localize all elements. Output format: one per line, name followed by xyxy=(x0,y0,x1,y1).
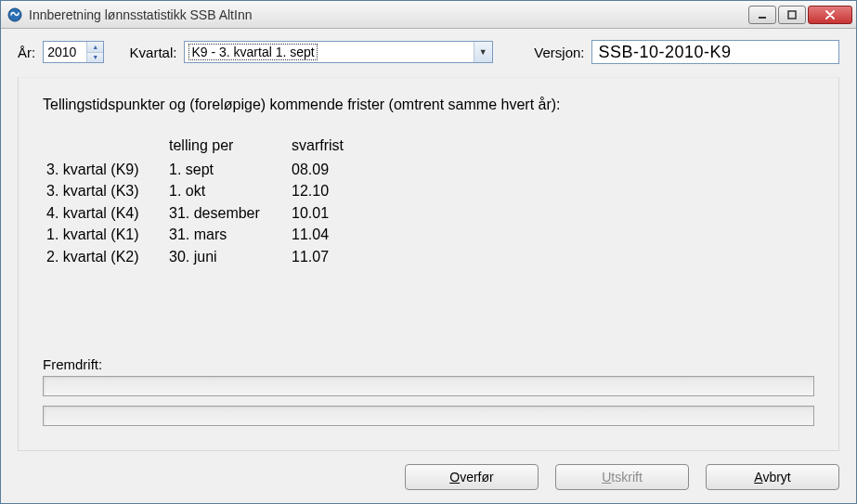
main-panel: Tellingstidspunkter og (foreløpige) komm… xyxy=(18,77,839,451)
minimize-button[interactable] xyxy=(748,6,776,24)
filter-row: År: ▲ ▼ Kvartal: K9 - 3. kvartal 1. sept… xyxy=(18,40,839,64)
year-down-button[interactable]: ▼ xyxy=(87,53,103,63)
close-button[interactable] xyxy=(808,6,852,24)
table-row: 2. kvartal (K2) 30. juni 11.07 xyxy=(46,247,812,267)
table-header-row: telling per svarfrist xyxy=(46,136,812,158)
kvartal-dropdown-button[interactable]: ▼ xyxy=(474,42,492,62)
year-up-button[interactable]: ▲ xyxy=(87,42,103,53)
app-window: Innberetning lønnsstatistikk SSB AltInn … xyxy=(0,0,857,504)
button-row: Overfør Utskrift Avbryt xyxy=(18,464,839,490)
col-svarfrist: svarfrist xyxy=(292,136,812,158)
avbryt-button[interactable]: Avbryt xyxy=(706,464,839,490)
overfor-button[interactable]: Overfør xyxy=(405,464,539,490)
version-field: SSB-10-2010-K9 xyxy=(591,40,839,64)
table-row: 3. kvartal (K3) 1. okt 12.10 xyxy=(46,181,812,201)
maximize-button[interactable] xyxy=(778,6,806,24)
table-row: 1. kvartal (K1) 31. mars 11.04 xyxy=(46,225,812,245)
info-heading: Tellingstidspunkter og (foreløpige) komm… xyxy=(43,97,814,113)
year-spinner[interactable]: ▲ ▼ xyxy=(43,41,104,63)
content-area: År: ▲ ▼ Kvartal: K9 - 3. kvartal 1. sept… xyxy=(1,29,856,503)
year-label: År: xyxy=(18,45,35,60)
window-buttons xyxy=(748,6,852,24)
col-telling: telling per xyxy=(169,136,290,158)
year-input[interactable] xyxy=(44,42,86,62)
kvartal-selected: K9 - 3. kvartal 1. sept xyxy=(185,43,473,61)
window-title: Innberetning lønnsstatistikk SSB AltInn xyxy=(29,7,748,22)
titlebar: Innberetning lønnsstatistikk SSB AltInn xyxy=(1,1,856,29)
table-row: 3. kvartal (K9) 1. sept 08.09 xyxy=(46,160,812,180)
svg-rect-2 xyxy=(788,11,796,19)
progress-label: Fremdrift: xyxy=(43,356,814,372)
progress-bar-1 xyxy=(43,376,814,396)
spin-buttons: ▲ ▼ xyxy=(86,42,103,62)
info-table: telling per svarfrist 3. kvartal (K9) 1.… xyxy=(45,134,814,269)
progress-bar-2 xyxy=(43,406,814,426)
progress-group: Fremdrift: xyxy=(43,356,814,435)
table-row: 4. kvartal (K4) 31. desember 10.01 xyxy=(46,203,812,224)
svg-rect-1 xyxy=(759,17,766,19)
version-label: Versjon: xyxy=(534,45,584,60)
utskrift-button: Utskrift xyxy=(555,464,689,490)
kvartal-combo[interactable]: K9 - 3. kvartal 1. sept ▼ xyxy=(184,41,492,63)
kvartal-label: Kvartal: xyxy=(130,45,177,60)
app-icon xyxy=(6,6,23,23)
